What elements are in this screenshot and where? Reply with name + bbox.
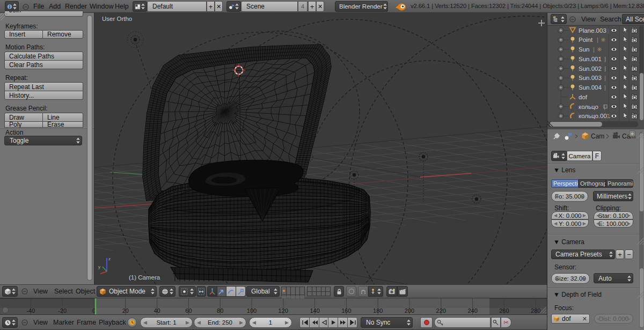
svg-text:260: 260 <box>499 307 509 314</box>
svg-text:|: | <box>604 75 606 81</box>
svg-text:-20: -20 <box>58 307 67 314</box>
svg-text:Sun.002: Sun.002 <box>579 65 602 72</box>
svg-text:|: | <box>604 84 606 91</box>
svg-text:100: 100 <box>247 307 257 314</box>
svg-text:240: 240 <box>467 307 477 314</box>
svg-text:200: 200 <box>405 307 414 314</box>
svg-text:40: 40 <box>153 307 160 314</box>
svg-text:User Ortho: User Ortho <box>102 16 132 22</box>
svg-text:80: 80 <box>217 307 223 314</box>
svg-text:кольцо.001: кольцо.001 <box>579 113 610 119</box>
svg-text:60: 60 <box>185 307 192 314</box>
svg-text:140: 140 <box>310 307 319 314</box>
svg-text:кольцо: кольцо <box>579 104 598 110</box>
svg-text:Sun: Sun <box>579 46 589 53</box>
svg-text:Sun.003: Sun.003 <box>579 75 602 81</box>
svg-text:Plane.003: Plane.003 <box>579 27 606 34</box>
svg-text:Sun.004: Sun.004 <box>579 84 602 91</box>
svg-text:220: 220 <box>436 307 446 314</box>
svg-text:-40: -40 <box>26 307 35 314</box>
svg-text:(1) Camera: (1) Camera <box>129 274 160 281</box>
svg-text:160: 160 <box>341 307 351 314</box>
svg-text:20: 20 <box>122 307 129 314</box>
svg-text:Point: Point <box>579 36 593 43</box>
svg-text:dof: dof <box>579 94 588 100</box>
svg-text:180: 180 <box>373 307 383 314</box>
svg-text:|: | <box>593 46 595 53</box>
svg-text:120: 120 <box>279 307 288 314</box>
svg-text:y: y <box>98 265 100 269</box>
svg-text:Sun.001: Sun.001 <box>579 56 602 62</box>
svg-text:|: | <box>597 36 598 43</box>
svg-text:z: z <box>108 256 111 261</box>
